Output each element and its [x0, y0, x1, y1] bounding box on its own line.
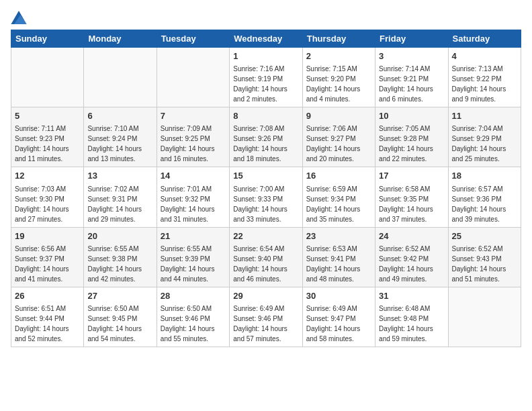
calendar-day-cell: 10Sunrise: 7:05 AM Sunset: 9:28 PM Dayli… [375, 107, 448, 167]
day-sun-info: Sunrise: 7:14 AM Sunset: 9:21 PM Dayligh… [379, 64, 444, 104]
day-number: 22 [233, 230, 298, 242]
calendar-day-cell: 20Sunrise: 6:55 AM Sunset: 9:38 PM Dayli… [84, 227, 157, 287]
day-number: 5 [15, 110, 80, 122]
calendar-day-cell: 1Sunrise: 7:16 AM Sunset: 9:19 PM Daylig… [230, 48, 302, 107]
day-number: 15 [233, 170, 298, 182]
calendar-day-cell: 23Sunrise: 6:53 AM Sunset: 9:41 PM Dayli… [302, 227, 375, 287]
calendar-week-row: 19Sunrise: 6:56 AM Sunset: 9:37 PM Dayli… [11, 227, 521, 287]
calendar-day-cell: 13Sunrise: 7:02 AM Sunset: 9:31 PM Dayli… [84, 167, 157, 227]
day-number: 9 [306, 110, 371, 122]
page-header [11, 11, 521, 24]
day-number: 17 [379, 170, 444, 182]
calendar-day-cell: 27Sunrise: 6:50 AM Sunset: 9:45 PM Dayli… [84, 287, 157, 347]
day-sun-info: Sunrise: 7:03 AM Sunset: 9:30 PM Dayligh… [15, 184, 80, 224]
day-sun-info: Sunrise: 6:58 AM Sunset: 9:35 PM Dayligh… [379, 184, 444, 224]
day-number: 30 [306, 290, 371, 302]
calendar-day-cell: 11Sunrise: 7:04 AM Sunset: 9:29 PM Dayli… [448, 107, 521, 167]
day-number: 24 [379, 230, 444, 242]
day-sun-info: Sunrise: 6:55 AM Sunset: 9:38 PM Dayligh… [87, 244, 152, 284]
calendar-day-cell: 16Sunrise: 6:59 AM Sunset: 9:34 PM Dayli… [302, 167, 375, 227]
day-number: 11 [452, 110, 517, 122]
day-number: 1 [233, 50, 298, 62]
day-sun-info: Sunrise: 7:09 AM Sunset: 9:25 PM Dayligh… [161, 124, 226, 164]
calendar-day-cell: 30Sunrise: 6:49 AM Sunset: 9:47 PM Dayli… [302, 287, 375, 347]
calendar-day-cell: 18Sunrise: 6:57 AM Sunset: 9:36 PM Dayli… [448, 167, 521, 227]
day-of-week-header: Wednesday [230, 30, 302, 48]
day-number: 27 [87, 290, 152, 302]
day-sun-info: Sunrise: 7:02 AM Sunset: 9:31 PM Dayligh… [87, 184, 152, 224]
calendar-day-cell: 19Sunrise: 6:56 AM Sunset: 9:37 PM Dayli… [11, 227, 84, 287]
day-sun-info: Sunrise: 6:49 AM Sunset: 9:47 PM Dayligh… [306, 304, 371, 344]
day-number: 29 [233, 290, 298, 302]
day-of-week-header: Friday [375, 30, 448, 48]
day-sun-info: Sunrise: 6:54 AM Sunset: 9:40 PM Dayligh… [233, 244, 298, 284]
day-number: 23 [306, 230, 371, 242]
day-number: 16 [306, 170, 371, 182]
day-number: 18 [452, 170, 517, 182]
calendar-day-cell [448, 287, 521, 347]
day-sun-info: Sunrise: 6:56 AM Sunset: 9:37 PM Dayligh… [15, 244, 80, 284]
calendar-header-row: SundayMondayTuesdayWednesdayThursdayFrid… [11, 30, 521, 48]
day-sun-info: Sunrise: 6:57 AM Sunset: 9:36 PM Dayligh… [452, 184, 517, 224]
day-number: 25 [452, 230, 517, 242]
day-number: 20 [87, 230, 152, 242]
day-sun-info: Sunrise: 7:05 AM Sunset: 9:28 PM Dayligh… [379, 124, 444, 164]
day-number: 8 [233, 110, 298, 122]
day-number: 7 [161, 110, 226, 122]
day-sun-info: Sunrise: 7:16 AM Sunset: 9:19 PM Dayligh… [233, 64, 298, 104]
calendar-day-cell: 28Sunrise: 6:50 AM Sunset: 9:46 PM Dayli… [157, 287, 229, 347]
day-number: 10 [379, 110, 444, 122]
calendar-day-cell: 3Sunrise: 7:14 AM Sunset: 9:21 PM Daylig… [375, 48, 448, 107]
calendar-day-cell: 24Sunrise: 6:52 AM Sunset: 9:42 PM Dayli… [375, 227, 448, 287]
calendar-day-cell [84, 48, 157, 107]
day-number: 21 [161, 230, 226, 242]
day-sun-info: Sunrise: 6:53 AM Sunset: 9:41 PM Dayligh… [306, 244, 371, 284]
calendar-day-cell: 29Sunrise: 6:49 AM Sunset: 9:46 PM Dayli… [230, 287, 302, 347]
day-number: 3 [379, 50, 444, 62]
calendar-day-cell: 9Sunrise: 7:06 AM Sunset: 9:27 PM Daylig… [302, 107, 375, 167]
day-sun-info: Sunrise: 7:04 AM Sunset: 9:29 PM Dayligh… [452, 124, 517, 164]
day-sun-info: Sunrise: 6:50 AM Sunset: 9:46 PM Dayligh… [161, 304, 226, 344]
day-sun-info: Sunrise: 7:01 AM Sunset: 9:32 PM Dayligh… [161, 184, 226, 224]
day-sun-info: Sunrise: 7:10 AM Sunset: 9:24 PM Dayligh… [87, 124, 152, 164]
day-number: 31 [379, 290, 444, 302]
calendar-day-cell: 15Sunrise: 7:00 AM Sunset: 9:33 PM Dayli… [230, 167, 302, 227]
day-number: 14 [161, 170, 226, 182]
day-sun-info: Sunrise: 6:51 AM Sunset: 9:44 PM Dayligh… [15, 304, 80, 344]
day-sun-info: Sunrise: 6:55 AM Sunset: 9:39 PM Dayligh… [161, 244, 226, 284]
day-of-week-header: Monday [84, 30, 157, 48]
calendar-day-cell: 5Sunrise: 7:11 AM Sunset: 9:23 PM Daylig… [11, 107, 84, 167]
day-of-week-header: Sunday [11, 30, 84, 48]
calendar-week-row: 1Sunrise: 7:16 AM Sunset: 9:19 PM Daylig… [11, 48, 521, 107]
calendar-day-cell: 8Sunrise: 7:08 AM Sunset: 9:26 PM Daylig… [230, 107, 302, 167]
day-number: 28 [161, 290, 226, 302]
calendar-day-cell [11, 48, 84, 107]
calendar-week-row: 12Sunrise: 7:03 AM Sunset: 9:30 PM Dayli… [11, 167, 521, 227]
logo [11, 11, 30, 24]
day-number: 4 [452, 50, 517, 62]
logo-icon [11, 11, 27, 24]
calendar-day-cell: 6Sunrise: 7:10 AM Sunset: 9:24 PM Daylig… [84, 107, 157, 167]
day-sun-info: Sunrise: 7:11 AM Sunset: 9:23 PM Dayligh… [15, 124, 80, 164]
day-sun-info: Sunrise: 7:15 AM Sunset: 9:20 PM Dayligh… [306, 64, 371, 104]
day-sun-info: Sunrise: 6:52 AM Sunset: 9:42 PM Dayligh… [379, 244, 444, 284]
day-number: 12 [15, 170, 80, 182]
calendar-day-cell: 7Sunrise: 7:09 AM Sunset: 9:25 PM Daylig… [157, 107, 229, 167]
calendar-day-cell: 31Sunrise: 6:48 AM Sunset: 9:48 PM Dayli… [375, 287, 448, 347]
day-sun-info: Sunrise: 6:49 AM Sunset: 9:46 PM Dayligh… [233, 304, 298, 344]
calendar-week-row: 26Sunrise: 6:51 AM Sunset: 9:44 PM Dayli… [11, 287, 521, 347]
day-sun-info: Sunrise: 6:48 AM Sunset: 9:48 PM Dayligh… [379, 304, 444, 344]
day-sun-info: Sunrise: 7:13 AM Sunset: 9:22 PM Dayligh… [452, 64, 517, 104]
day-of-week-header: Tuesday [157, 30, 229, 48]
calendar-week-row: 5Sunrise: 7:11 AM Sunset: 9:23 PM Daylig… [11, 107, 521, 167]
calendar-day-cell: 26Sunrise: 6:51 AM Sunset: 9:44 PM Dayli… [11, 287, 84, 347]
day-number: 6 [87, 110, 152, 122]
day-sun-info: Sunrise: 7:06 AM Sunset: 9:27 PM Dayligh… [306, 124, 371, 164]
calendar-day-cell: 2Sunrise: 7:15 AM Sunset: 9:20 PM Daylig… [302, 48, 375, 107]
day-number: 13 [87, 170, 152, 182]
calendar-day-cell: 17Sunrise: 6:58 AM Sunset: 9:35 PM Dayli… [375, 167, 448, 227]
calendar-day-cell [157, 48, 229, 107]
day-number: 26 [15, 290, 80, 302]
day-of-week-header: Saturday [448, 30, 521, 48]
calendar-day-cell: 22Sunrise: 6:54 AM Sunset: 9:40 PM Dayli… [230, 227, 302, 287]
